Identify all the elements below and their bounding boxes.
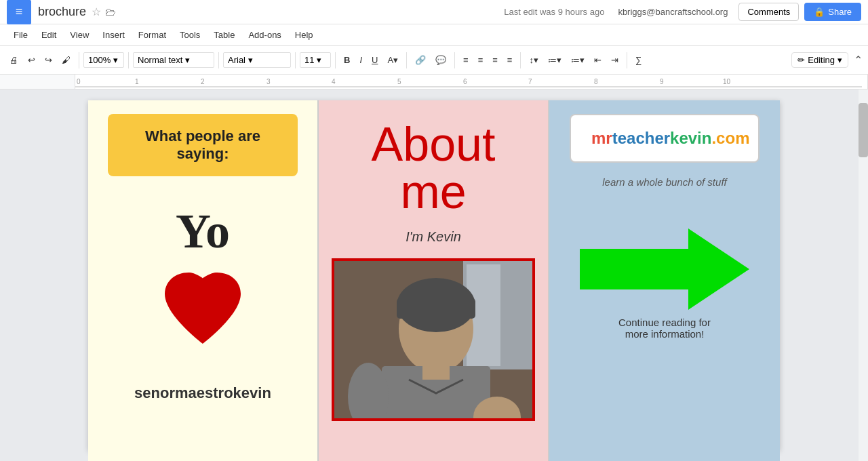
website-mr: mr	[591, 129, 612, 147]
svg-text:6: 6	[463, 78, 467, 85]
font-family-selector[interactable]: Arial ▾	[223, 52, 291, 68]
divider6	[406, 52, 407, 68]
photo-image	[334, 261, 532, 418]
menu-edit[interactable]: Edit	[35, 27, 63, 43]
svg-marker-24	[580, 228, 749, 310]
heart-icon	[155, 266, 250, 355]
paint-format-button[interactable]: 🖌	[58, 52, 75, 68]
bold-button[interactable]: B	[340, 52, 354, 68]
bullet-list-button[interactable]: ≔▾	[567, 52, 589, 68]
learn-text: learn a whole bunch of stuff	[602, 176, 726, 188]
zoom-selector[interactable]: 100% ▾	[83, 52, 124, 68]
pencil-icon: ✏	[797, 55, 805, 65]
increase-indent-button[interactable]: ⇥	[607, 52, 623, 68]
svg-text:7: 7	[528, 78, 532, 85]
collapse-toolbar-button[interactable]: ⌃	[854, 54, 863, 66]
photo-frame	[332, 258, 535, 421]
what-people-text: What people are saying:	[128, 127, 277, 163]
font-chevron-icon: ▾	[248, 55, 253, 65]
italic-button[interactable]: I	[355, 52, 366, 68]
lock-icon: 🔒	[814, 7, 825, 17]
arrow-container	[570, 228, 760, 310]
divider1	[79, 52, 79, 68]
divider9	[627, 52, 627, 68]
what-people-box: What people are saying:	[108, 114, 298, 176]
style-selector[interactable]: Normal text ▾	[133, 52, 214, 68]
formula-button[interactable]: ∑	[631, 52, 646, 68]
app-menu-button[interactable]: ≡	[7, 0, 31, 24]
menu-bar: File Edit View Insert Format Tools Table…	[0, 24, 868, 46]
divider5	[335, 52, 336, 68]
svg-text:0: 0	[77, 78, 81, 85]
svg-text:2: 2	[201, 78, 205, 85]
underline-button[interactable]: U	[368, 52, 382, 68]
website-kevin: kevin	[670, 129, 711, 147]
menu-view[interactable]: View	[63, 27, 96, 43]
document-area: What people are saying: Yo senormaestrok…	[0, 89, 868, 461]
ruler-content: 0 1 2 3 4 5 6 7 8 9 10	[75, 75, 868, 89]
website-box: mrteacherkevin.com	[570, 114, 760, 163]
undo-button[interactable]: ↩	[24, 52, 39, 68]
star-icon[interactable]: ☆	[92, 5, 101, 18]
svg-text:10: 10	[723, 78, 731, 85]
menu-insert[interactable]: Insert	[96, 27, 132, 43]
website-text: mrteacherkevin.com	[591, 129, 738, 148]
svg-rect-23	[334, 261, 535, 421]
justify-button[interactable]: ≡	[503, 52, 517, 68]
document-title[interactable]: brochure	[38, 5, 86, 19]
scrollbar[interactable]	[859, 89, 868, 461]
text-color-button[interactable]: A▾	[383, 52, 402, 68]
style-chevron-icon: ▾	[185, 55, 190, 65]
title-bar: ≡ brochure ☆ 🗁 Last edit was 9 hours ago…	[0, 0, 868, 24]
svg-text:8: 8	[594, 78, 598, 85]
about-me-text: About me	[332, 121, 534, 216]
panel-left: What people are saying: Yo senormaestrok…	[88, 100, 319, 461]
zoom-chevron-icon: ▾	[113, 55, 118, 65]
menu-addons[interactable]: Add-ons	[241, 27, 288, 43]
menu-format[interactable]: Format	[132, 27, 173, 43]
hamburger-icon: ≡	[16, 5, 23, 19]
divider4	[295, 52, 296, 68]
svg-text:5: 5	[397, 78, 401, 85]
green-arrow-icon	[580, 228, 749, 310]
menu-help[interactable]: Help	[288, 27, 320, 43]
align-center-button[interactable]: ≡	[474, 52, 488, 68]
toolbar: 🖨 ↩ ↪ 🖌 100% ▾ Normal text ▾ Arial ▾ 11 …	[0, 46, 868, 75]
svg-text:9: 9	[660, 78, 664, 85]
user-info: kbriggs@bancraftschool.org	[618, 7, 728, 17]
last-edit-label: Last edit was 9 hours ago	[504, 7, 604, 17]
line-spacing-button[interactable]: ↕▾	[525, 52, 542, 68]
menu-file[interactable]: File	[7, 27, 35, 43]
font-size-selector[interactable]: 11 ▾	[300, 52, 331, 68]
pages-container: What people are saying: Yo senormaestrok…	[88, 100, 780, 450]
panel-center: About me I'm Kevin	[319, 100, 549, 461]
senor-text: senormaestrokevin	[134, 384, 271, 402]
heart-container	[155, 266, 250, 357]
website-teacher: teacher	[612, 129, 670, 147]
ruler: 0 1 2 3 4 5 6 7 8 9 10	[0, 75, 868, 89]
yo-text: Yo	[176, 203, 230, 260]
insert-link-button[interactable]: 🔗	[411, 52, 430, 68]
divider3	[218, 52, 219, 68]
menu-table[interactable]: Table	[207, 27, 241, 43]
align-right-button[interactable]: ≡	[488, 52, 502, 68]
print-button[interactable]: 🖨	[5, 52, 22, 68]
editing-mode-selector[interactable]: ✏ Editing ▾	[791, 52, 848, 68]
align-left-button[interactable]: ≡	[459, 52, 473, 68]
menu-tools[interactable]: Tools	[173, 27, 207, 43]
divider2	[128, 52, 129, 68]
comments-button[interactable]: Comments	[738, 3, 799, 21]
share-button[interactable]: 🔒 Share	[804, 3, 861, 21]
insert-comment-button[interactable]: 💬	[431, 52, 450, 68]
folder-icon[interactable]: 🗁	[105, 6, 116, 18]
svg-text:3: 3	[267, 78, 271, 85]
scroll-thumb[interactable]	[859, 103, 868, 157]
website-dotcom: .com	[711, 129, 749, 147]
photo-svg	[334, 261, 535, 421]
svg-text:4: 4	[332, 78, 336, 85]
redo-button[interactable]: ↪	[41, 52, 56, 68]
continue-text: Continue reading formore information!	[618, 317, 711, 340]
numbered-list-button[interactable]: ≔▾	[544, 52, 566, 68]
divider7	[454, 52, 455, 68]
decrease-indent-button[interactable]: ⇤	[590, 52, 606, 68]
